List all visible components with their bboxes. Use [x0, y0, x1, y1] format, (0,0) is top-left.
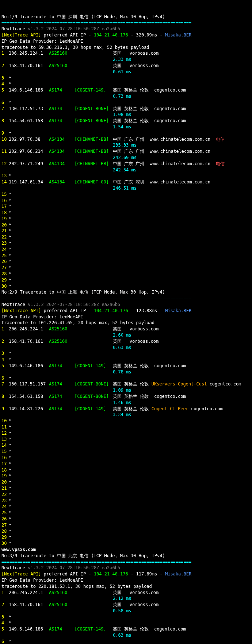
hop-ms: 0.58 ms — [113, 608, 131, 613]
hop-ms-row: 0.73 ms — [1, 93, 251, 100]
section-title: No:2/9 Traceroute to 中国 上海 电信 (TCP Mode,… — [1, 290, 165, 295]
separator: ========================================… — [1, 559, 191, 565]
hop-ms-row: 0.78 ms — [1, 369, 251, 375]
hop-ip: 158.41.70.161 — [9, 338, 49, 345]
hop-host: cogentco.com — [207, 381, 241, 387]
nexttrace-label: NextTrace — [1, 302, 25, 307]
star: * — [9, 455, 11, 460]
hop-num: 25 — [1, 510, 9, 516]
hop-loc: 英国 英格兰 伦敦 — [113, 363, 152, 369]
star: * — [9, 216, 11, 221]
hop-ms: 235.33 ms — [113, 143, 137, 148]
hop-loc: 英国 — [113, 338, 127, 345]
hop-ms-row: 0.61 ms — [1, 69, 251, 75]
api-text: preferred API IP - — [41, 571, 94, 577]
hop-num: 1 — [1, 590, 9, 596]
trace-line: traceroute to 59.36.216.1, 30 hops max, … — [1, 45, 149, 50]
hop-num: 18 — [1, 467, 9, 473]
hop-row: 5149.6.146.186AS174[COGENT-149]英国 英格兰 伦敦… — [1, 87, 251, 93]
hop-isp: 电信 — [210, 137, 224, 142]
star: * — [9, 284, 11, 289]
hop-row: 19* — [1, 473, 251, 479]
hop-num: 3 — [1, 350, 9, 357]
star: * — [9, 431, 11, 436]
hop-row: 15* — [1, 191, 251, 198]
hop-row: 11202.97.66.214AS4134[CHINANET-BB]中国 广东 … — [1, 148, 251, 155]
hop-num: 7 — [1, 106, 9, 112]
star: * — [9, 614, 11, 620]
star: * — [9, 461, 11, 466]
star: * — [9, 504, 11, 509]
hop-row: 16* — [1, 455, 251, 461]
hop-num: 19 — [1, 216, 9, 222]
hop-row: 15* — [1, 449, 251, 455]
api-rtt: - 123.88ms - — [128, 308, 165, 313]
hop-as: AS4134 — [49, 148, 75, 155]
hop-net: [COGENT-149] — [75, 406, 113, 412]
hop-host2: UKservers-Cogent-Cust — [152, 381, 207, 387]
nexttrace-label: NextTrace — [1, 565, 25, 570]
hop-row: 17* — [1, 461, 251, 467]
hop-as: AS25160 — [49, 602, 75, 608]
hop-num: 22 — [1, 234, 9, 240]
hop-ip: 158.41.70.161 — [9, 63, 49, 69]
hop-num: 3 — [1, 614, 9, 620]
hop-host2: Cogent-CT-Peer — [152, 406, 188, 411]
hop-num: 19 — [1, 473, 9, 479]
hop-row: 6* — [1, 639, 251, 644]
hop-num: 8 — [1, 118, 9, 124]
star: * — [9, 253, 11, 258]
hop-num: 7 — [1, 381, 9, 387]
separator: ========================================… — [1, 20, 191, 25]
star: * — [9, 480, 11, 485]
trace-line: traceroute to 101.226.41.65, 30 hops max… — [1, 320, 154, 325]
hop-row: 11* — [1, 424, 251, 430]
terminal-output: No:1/9 Traceroute to 中国 深圳 电信 (TCP Mode,… — [1, 14, 251, 644]
hop-as: AS4134 — [49, 161, 75, 167]
api-label: [NextTrace API] — [1, 571, 41, 577]
hop-num: 5 — [1, 363, 9, 369]
hop-loc: 英国 英格兰 伦敦 — [113, 118, 152, 124]
hop-row: 23* — [1, 240, 251, 247]
star: * — [9, 424, 11, 430]
hop-num: 25 — [1, 253, 9, 259]
hop-num: 13 — [1, 173, 9, 179]
hop-row: 30* — [1, 540, 251, 547]
hop-loc: 中国 广东 深圳 — [113, 179, 147, 185]
hop-loc: 中国 广东 广州 — [113, 136, 147, 143]
hop-host: vorboss.com — [127, 339, 159, 344]
hop-row: 28* — [1, 528, 251, 535]
hop-row: 5149.6.146.186AS174[COGENT-149]英国 英格兰 伦敦… — [1, 363, 251, 369]
section-title: No:1/9 Traceroute to 中国 深圳 电信 (TCP Mode,… — [1, 14, 165, 19]
hop-num: 2 — [1, 63, 9, 69]
trace-line: traceroute to 220.181.53.1, 30 hops max,… — [1, 584, 152, 589]
star: * — [9, 516, 11, 521]
star: * — [9, 529, 11, 534]
hop-row: 21* — [1, 485, 251, 492]
hop-as: AS25160 — [49, 590, 75, 596]
hop-num: 26 — [1, 516, 9, 522]
hop-num: 11 — [1, 424, 9, 430]
hop-num: 3 — [1, 75, 9, 81]
hop-loc: 英国 — [113, 63, 127, 69]
hop-ms: 3.34 ms — [113, 412, 131, 417]
hop-row: 2158.41.70.161AS25160英国 vorboss.com — [1, 338, 251, 345]
hop-num: 10 — [1, 418, 9, 424]
hop-as: AS174 — [49, 406, 75, 412]
hop-row: 3* — [1, 75, 251, 81]
hop-as: AS25160 — [49, 338, 75, 345]
hop-ms: 1.54 ms — [113, 124, 131, 129]
hop-as: AS174 — [49, 106, 75, 112]
hop-ms-row: 235.33 ms — [1, 142, 251, 148]
hop-num: 20 — [1, 479, 9, 485]
hop-row: 1206.245.224.1AS25160英国 vorboss.com — [1, 590, 251, 596]
hop-num: 10 — [1, 136, 9, 143]
hop-num: 6 — [1, 375, 9, 381]
hop-num: 16 — [1, 198, 9, 204]
hop-host: vorboss.com — [127, 51, 159, 56]
hop-row: 26* — [1, 516, 251, 522]
hop-ms: 0.78 ms — [113, 369, 131, 375]
star: * — [9, 473, 11, 478]
hop-num: 30 — [1, 540, 9, 547]
geo-provider: IP Geo Data Provider: LeoMoeAPI — [1, 314, 83, 319]
